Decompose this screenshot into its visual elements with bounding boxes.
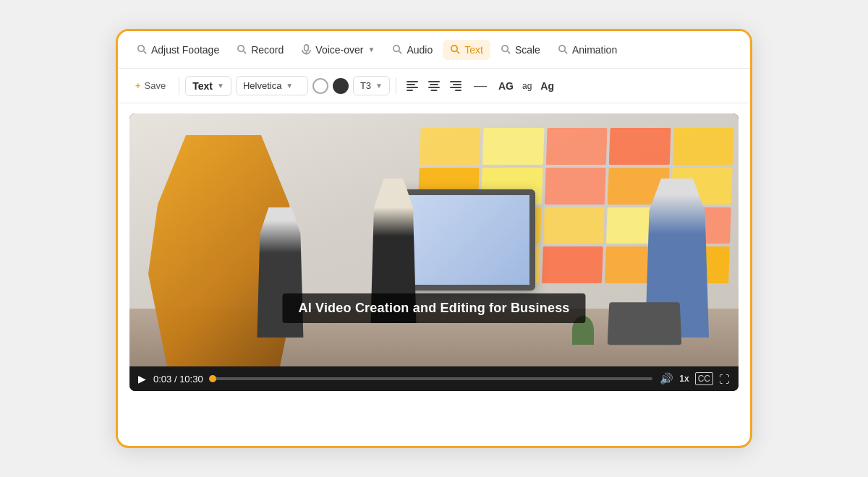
svg-line-3 (244, 51, 246, 53)
toolbar-item-animation[interactable]: Animation (550, 40, 624, 60)
time-display: 0:03 / 10:30 (153, 374, 203, 384)
text-type-arrow: ▼ (217, 82, 224, 90)
laptop (608, 302, 682, 345)
svg-point-12 (559, 46, 565, 51)
voiceover-dropdown-arrow: ▼ (367, 46, 375, 53)
video-caption: AI Video Creation and Editing for Busine… (282, 293, 585, 323)
toolbar-label-animation: Animation (572, 44, 617, 56)
svg-rect-23 (453, 84, 461, 85)
align-left-icon (407, 81, 418, 91)
svg-rect-19 (430, 84, 438, 85)
divider-1 (179, 77, 179, 95)
search-icon-record (237, 44, 247, 55)
progress-thumb (209, 375, 216, 382)
size-arrow: ▼ (375, 82, 383, 90)
sticky-note (482, 128, 544, 165)
size-dropdown[interactable]: T3 ▼ (353, 76, 390, 95)
video-wrapper: AI Video Creation and Editing for Busine… (129, 113, 739, 391)
svg-rect-18 (428, 81, 440, 82)
top-toolbar: Adjust Footage Record Voice-over ▼ Audio… (118, 31, 750, 69)
sticky-note (545, 168, 606, 205)
search-icon-audio (392, 44, 403, 55)
svg-line-7 (399, 51, 401, 53)
toolbar-item-voiceover[interactable]: Voice-over ▼ (294, 40, 382, 60)
svg-rect-17 (407, 90, 413, 91)
color-outline-picker[interactable] (312, 78, 328, 94)
text-type-label: Text (192, 80, 213, 92)
svg-line-11 (508, 51, 510, 53)
mic-icon (301, 44, 312, 55)
toolbar-label-scale: Scale (515, 44, 540, 56)
sticky-note (543, 207, 605, 244)
svg-rect-14 (407, 81, 418, 82)
sticky-note (609, 128, 671, 165)
size-label: T3 (360, 80, 371, 91)
play-button[interactable]: ▶ (138, 373, 146, 384)
text-style-lowercase[interactable]: ag (520, 80, 534, 93)
toolbar-label-record: Record (251, 44, 284, 56)
toolbar-item-audio[interactable]: Audio (385, 40, 440, 60)
save-plus-icon: + (135, 80, 141, 91)
toolbar-label-adjust-footage: Adjust Footage (151, 44, 219, 56)
svg-rect-15 (407, 84, 415, 85)
text-style-titlecase[interactable]: Ag (538, 79, 556, 93)
sticky-note (672, 128, 733, 165)
text-style-caps[interactable]: AG (496, 79, 516, 93)
cc-icon[interactable]: CC (695, 372, 713, 385)
video-canvas: AI Video Creation and Editing for Busine… (129, 113, 739, 366)
toolbar-item-adjust-footage[interactable]: Adjust Footage (129, 40, 226, 60)
volume-icon[interactable]: 🔊 (660, 372, 673, 385)
svg-line-9 (457, 51, 459, 53)
svg-rect-20 (428, 87, 440, 88)
align-center-icon (428, 81, 440, 91)
font-dropdown[interactable]: Helvetica ▼ (236, 76, 308, 95)
text-type-dropdown[interactable]: Text ▼ (185, 76, 231, 96)
svg-line-1 (144, 51, 146, 53)
font-arrow: ▼ (286, 82, 293, 90)
color-filled-picker[interactable] (333, 78, 349, 94)
search-icon-animation (558, 44, 569, 55)
align-right-icon (450, 81, 461, 91)
align-right-button[interactable] (446, 76, 466, 96)
toolbar-item-record[interactable]: Record (229, 40, 291, 60)
toolbar-item-text[interactable]: Text (443, 40, 490, 60)
svg-point-0 (138, 46, 144, 51)
align-center-button[interactable] (424, 76, 444, 96)
toolbar-label-text: Text (464, 44, 483, 56)
align-left-button[interactable] (402, 76, 422, 96)
svg-point-6 (393, 46, 399, 51)
svg-rect-21 (430, 90, 437, 91)
align-group (402, 76, 466, 96)
svg-rect-25 (455, 90, 461, 91)
search-icon (137, 44, 148, 55)
svg-rect-4 (305, 45, 309, 51)
sticky-note (420, 128, 481, 165)
svg-rect-22 (450, 81, 461, 82)
app-container: Adjust Footage Record Voice-over ▼ Audio… (116, 29, 752, 448)
divider-2 (396, 77, 396, 95)
svg-rect-24 (450, 87, 461, 88)
dash-button[interactable]: — (470, 76, 490, 96)
save-label: Save (145, 80, 166, 91)
search-icon-text (450, 44, 461, 55)
text-style-group: AG ag Ag (496, 79, 556, 93)
search-icon-scale (501, 44, 511, 55)
format-toolbar: + Save Text ▼ Helvetica ▼ T3 ▼ (118, 69, 750, 103)
speed-label[interactable]: 1x (679, 374, 689, 384)
toolbar-label-audio: Audio (407, 44, 433, 56)
right-controls: 🔊 1x CC ⛶ (660, 372, 730, 385)
toolbar-label-voiceover: Voice-over (315, 44, 363, 56)
fullscreen-icon[interactable]: ⛶ (719, 373, 730, 385)
video-controls: ▶ 0:03 / 10:30 🔊 1x CC ⛶ (129, 366, 739, 391)
toolbar-item-scale[interactable]: Scale (493, 40, 548, 60)
monitor-screen (396, 195, 529, 285)
sticky-note (542, 246, 603, 283)
svg-point-8 (451, 46, 457, 51)
progress-bar[interactable] (210, 377, 653, 380)
svg-rect-16 (407, 87, 418, 88)
svg-point-10 (502, 46, 508, 51)
font-label: Helvetica (243, 80, 281, 91)
sticky-note (546, 128, 608, 165)
save-button[interactable]: + Save (128, 77, 173, 95)
svg-point-2 (238, 46, 244, 51)
